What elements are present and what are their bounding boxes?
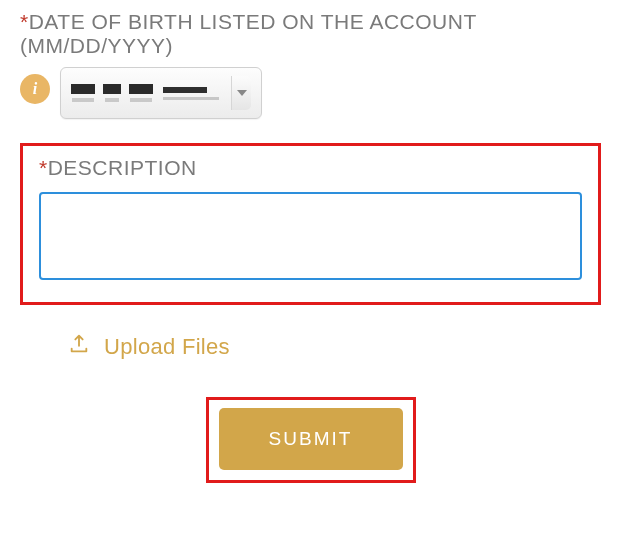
dob-month-segment [71,84,95,102]
dob-label: *DATE OF BIRTH LISTED ON THE ACCOUNT (MM… [20,10,601,58]
description-textarea[interactable] [39,192,582,280]
dob-year-segment [129,84,153,102]
upload-files-button[interactable]: Upload Files [68,333,601,361]
upload-label: Upload Files [104,334,230,360]
dob-extra-segment [163,87,219,100]
dob-dropdown[interactable] [60,67,262,119]
submit-button[interactable]: SUBMIT [219,408,403,470]
chevron-down-icon[interactable] [231,76,251,110]
description-label-text: DESCRIPTION [48,156,197,179]
submit-highlight-box: SUBMIT [206,397,416,483]
info-icon[interactable]: i [20,74,50,104]
dob-label-text: DATE OF BIRTH LISTED ON THE ACCOUNT (MM/… [20,10,476,57]
dob-field: *DATE OF BIRTH LISTED ON THE ACCOUNT (MM… [20,10,601,119]
dob-day-segment [103,84,121,102]
description-label: *DESCRIPTION [39,156,582,180]
required-asterisk: * [20,10,29,33]
description-highlight-box: *DESCRIPTION [20,143,601,305]
required-asterisk: * [39,156,48,179]
upload-icon [68,333,90,361]
